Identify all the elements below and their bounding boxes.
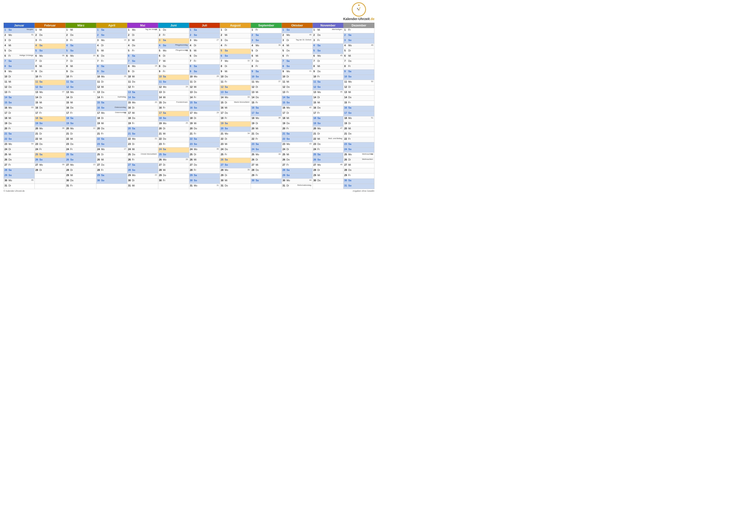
day-number: 17 bbox=[5, 112, 8, 114]
day-cell: 5 So bbox=[312, 49, 343, 54]
day-number: 17 bbox=[283, 112, 286, 114]
day-cell: 18 Mo38 bbox=[251, 116, 282, 121]
day-cell: 12 Mi bbox=[189, 85, 220, 90]
day-number: 13 bbox=[5, 90, 8, 93]
day-cell: 21 Di bbox=[312, 132, 343, 137]
day-name: Di bbox=[225, 28, 227, 31]
day-name: Mi bbox=[225, 34, 227, 36]
day-cell: 9 Do bbox=[312, 70, 343, 75]
day-number: 13 bbox=[67, 90, 70, 93]
week-number: 35 bbox=[248, 168, 250, 171]
day-name: Mi bbox=[70, 138, 73, 140]
day-cell: 15 Mi bbox=[312, 101, 343, 106]
day-number: 23 bbox=[344, 142, 348, 145]
day-cell: 20 Mi bbox=[251, 127, 282, 132]
holiday-label: Ostersonntag bbox=[115, 107, 126, 108]
day-name: Di bbox=[317, 60, 320, 62]
day-number: 14 bbox=[190, 96, 194, 99]
day-name: Do bbox=[163, 174, 166, 177]
day-cell: 7 Do bbox=[251, 59, 282, 64]
day-name: Di bbox=[9, 184, 11, 187]
day-name: Mi bbox=[163, 132, 166, 135]
day-number: 21 bbox=[128, 132, 132, 135]
day-cell: 11 Mo50 bbox=[343, 80, 374, 85]
day-name: Sa bbox=[70, 44, 73, 47]
day-number: 17 bbox=[97, 112, 101, 114]
day-name: Do bbox=[9, 158, 12, 161]
day-cell: 5 Di bbox=[251, 49, 282, 54]
logo-text: Kalender-Uhrzeit.de bbox=[343, 17, 374, 21]
day-cell: 11 Mi bbox=[282, 80, 312, 85]
day-number: 26 bbox=[221, 158, 225, 161]
day-cell: 23 Di bbox=[127, 142, 158, 147]
day-cell: 16 SoOstersonntag bbox=[96, 106, 127, 111]
day-name: Fr bbox=[317, 75, 320, 78]
week-number: 33 bbox=[248, 96, 250, 98]
day-cell: 13 Mi bbox=[343, 90, 374, 96]
week-number: 10 bbox=[93, 54, 95, 57]
day-number: 16 bbox=[252, 106, 256, 109]
day-name: Do bbox=[70, 142, 73, 145]
day-name: Di bbox=[225, 174, 227, 177]
day-name: Sa bbox=[101, 138, 104, 140]
day-cell: 7 Di bbox=[312, 59, 343, 64]
day-cell: 5 Do bbox=[4, 49, 35, 54]
calendar-row: 11 Mi11 Sa11 Sa11 Di11 Do11 So11 Di11 Fr… bbox=[4, 80, 374, 85]
day-cell: 12 So bbox=[35, 85, 66, 90]
day-number: 1 bbox=[283, 28, 286, 31]
day-name: Do bbox=[70, 106, 73, 109]
day-name: Mo bbox=[101, 112, 105, 114]
day-cell: 5 Mo23Pfingstmontag bbox=[158, 49, 189, 54]
day-cell: 28 Fr bbox=[189, 168, 220, 173]
day-cell: 23 Sa bbox=[251, 142, 282, 147]
calendar-row: 4 Mi4 Sa4 Sa4 Di4 Do4 SoPfingstsonntag4 … bbox=[4, 44, 374, 49]
day-name: Sa bbox=[256, 106, 259, 109]
day-name: Mo bbox=[194, 75, 198, 78]
day-number: 19 bbox=[97, 122, 101, 125]
day-name: So bbox=[317, 122, 321, 125]
day-cell: 5 Di bbox=[343, 49, 374, 54]
day-number: 18 bbox=[344, 116, 348, 119]
day-cell: 7 Di bbox=[66, 59, 96, 64]
day-number: 7 bbox=[159, 60, 163, 62]
day-name: So bbox=[286, 28, 290, 31]
day-name: Do bbox=[163, 101, 166, 104]
day-number: 23 bbox=[159, 142, 163, 145]
page-header: Kalender-Uhrzeit.de bbox=[4, 2, 374, 21]
day-cell: 3 DiTag der Dt. Einheit bbox=[282, 38, 312, 44]
day-name: Fr bbox=[101, 132, 103, 135]
day-name: Mo bbox=[317, 163, 321, 166]
day-name: Mo bbox=[9, 106, 12, 109]
day-name: Mi bbox=[256, 127, 258, 130]
day-number: 15 bbox=[159, 101, 163, 104]
day-cell: 1 Fr bbox=[343, 28, 374, 33]
calendar-row: 1 SoNeujahr1 Mi1 Mi1 Sa1 Mo18Tag der Arb… bbox=[4, 28, 374, 33]
day-cell: 26 Do bbox=[282, 158, 312, 163]
day-number: 31 bbox=[190, 184, 194, 187]
week-number: 22 bbox=[155, 174, 157, 176]
day-cell: 24 Mo30 bbox=[189, 147, 220, 153]
day-cell bbox=[251, 184, 282, 189]
day-name: Mi bbox=[70, 174, 73, 177]
week-number: 28 bbox=[217, 75, 219, 77]
day-number: 8 bbox=[36, 65, 39, 67]
day-cell: 17 So bbox=[251, 111, 282, 116]
day-cell: 10 Di bbox=[4, 75, 35, 80]
day-name: Fr bbox=[70, 148, 73, 151]
day-number: 6 bbox=[159, 54, 163, 57]
day-cell: 25 Mi bbox=[282, 153, 312, 158]
day-cell: 9 Sa bbox=[343, 70, 374, 75]
day-name: Di bbox=[101, 116, 103, 119]
day-cell: 18 Sa bbox=[35, 116, 66, 121]
day-name: Mi bbox=[317, 174, 320, 177]
day-cell: 20 Di bbox=[158, 127, 189, 132]
day-cell: 27 Mo09 bbox=[35, 163, 66, 168]
day-cell: 21 Fr bbox=[189, 132, 220, 137]
week-number: 15 bbox=[124, 75, 126, 77]
day-number: 15 bbox=[5, 101, 8, 104]
day-number: 1 bbox=[252, 28, 256, 31]
day-name: So bbox=[256, 39, 259, 41]
month-aug: August bbox=[220, 23, 251, 28]
day-name: Mi bbox=[40, 65, 42, 67]
day-name: So bbox=[163, 116, 166, 119]
